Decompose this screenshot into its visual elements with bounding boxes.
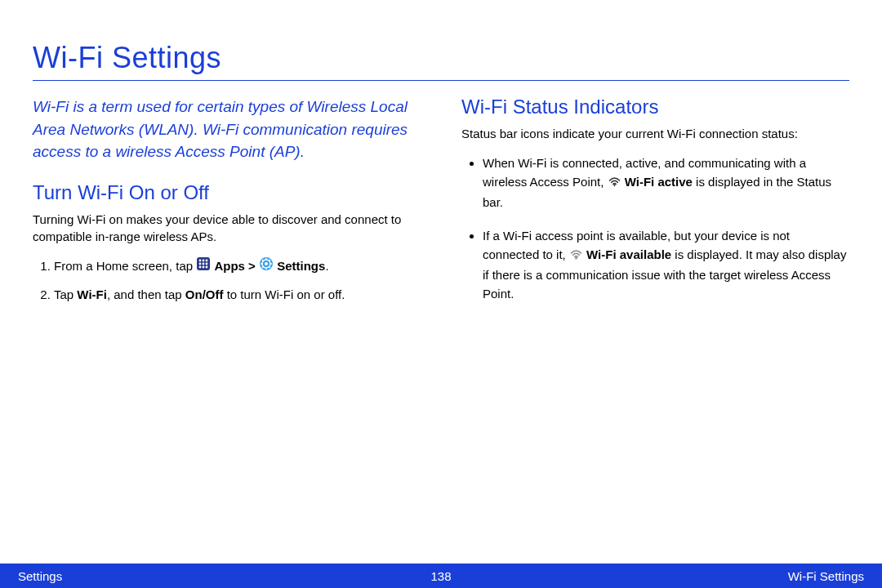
step-2-b: , and then tap: [107, 287, 185, 301]
footer-left: Settings: [18, 569, 62, 583]
footer-right: Wi-Fi Settings: [788, 569, 864, 583]
content-area: Wi-Fi Settings Wi-Fi is a term used for …: [0, 0, 882, 318]
settings-label: Settings: [277, 259, 325, 273]
step-1: From a Home screen, tap Apps > Settings.: [54, 256, 421, 277]
svg-point-4: [199, 262, 202, 265]
wifi-available-icon: [570, 246, 582, 265]
step-2: Tap Wi-Fi, and then tap On/Off to turn W…: [54, 285, 421, 305]
svg-point-8: [203, 265, 205, 268]
b2-bold: Wi-Fi available: [586, 247, 671, 261]
step-2-a: Tap: [54, 287, 77, 301]
columns: Wi-Fi is a term used for certain types o…: [33, 96, 849, 318]
section-heading-status-indicators: Wi-Fi Status Indicators: [461, 96, 849, 118]
status-desc: Status bar icons indicate your current W…: [461, 125, 849, 142]
intro-paragraph: Wi-Fi is a term used for certain types o…: [33, 96, 421, 163]
step-2-wifi: Wi-Fi: [77, 287, 107, 301]
svg-point-1: [199, 259, 202, 261]
step-2-onoff: On/Off: [185, 287, 224, 301]
right-column: Wi-Fi Status Indicators Status bar icons…: [461, 96, 849, 318]
left-column: Wi-Fi is a term used for certain types o…: [33, 96, 421, 318]
status-bullet-available: If a Wi-Fi access point is available, bu…: [483, 226, 849, 303]
page-title: Wi-Fi Settings: [33, 41, 849, 75]
svg-point-21: [575, 257, 577, 260]
step-2-c: to turn Wi-Fi on or off.: [223, 287, 345, 301]
svg-point-6: [206, 262, 208, 265]
apps-grid-icon: [197, 256, 210, 276]
footer-page-number: 138: [430, 569, 451, 583]
footer-bar: Settings 138 Wi-Fi Settings: [0, 564, 882, 588]
title-rule: [33, 80, 849, 81]
section-heading-turn-wifi: Turn Wi-Fi On or Off: [33, 181, 421, 204]
status-list: When Wi-Fi is connected, active, and com…: [461, 154, 849, 304]
settings-gear-icon: [260, 256, 273, 276]
gt-separator: >: [245, 259, 259, 273]
wifi-active-icon: [608, 173, 621, 192]
svg-point-9: [206, 265, 208, 268]
svg-point-2: [203, 259, 205, 261]
steps-list: From a Home screen, tap Apps > Settings.…: [33, 256, 421, 305]
step-1-prefix: From a Home screen, tap: [54, 259, 196, 273]
b1-bold: Wi-Fi active: [625, 175, 693, 189]
apps-label: Apps: [214, 259, 245, 273]
svg-point-20: [265, 262, 268, 265]
status-bullet-active: When Wi-Fi is connected, active, and com…: [483, 154, 849, 212]
turn-wifi-desc: Turning Wi-Fi on makes your device able …: [33, 211, 421, 245]
step-1-suffix: .: [325, 259, 328, 273]
svg-point-7: [199, 265, 202, 268]
svg-point-5: [203, 262, 205, 265]
svg-point-3: [206, 259, 208, 261]
page: Wi-Fi Settings Wi-Fi is a term used for …: [0, 0, 882, 588]
